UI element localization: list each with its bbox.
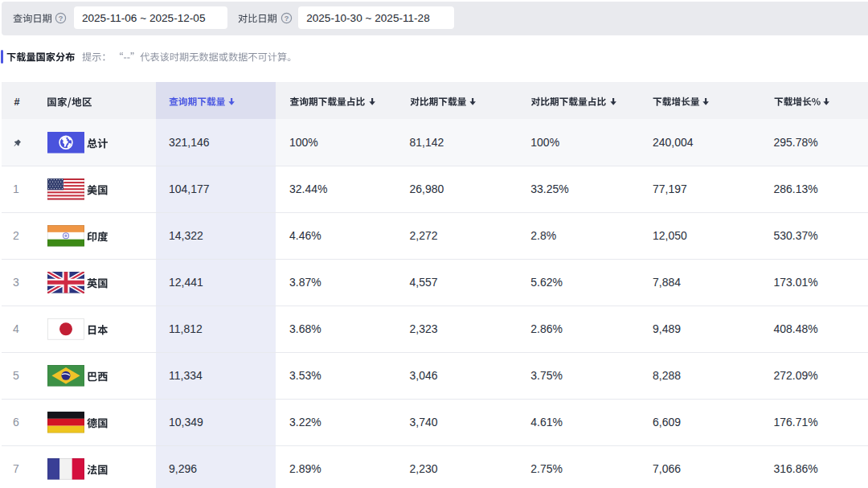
svg-text:?: ? bbox=[58, 14, 63, 23]
svg-text:?: ? bbox=[285, 14, 289, 23]
